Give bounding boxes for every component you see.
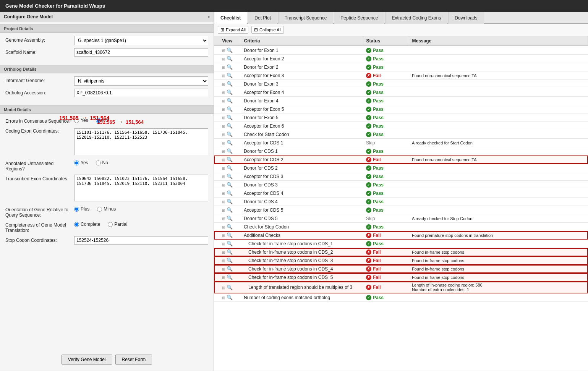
magnify-icon[interactable]: 🔍 <box>227 241 233 246</box>
fail-circle: ✗ <box>366 285 371 290</box>
annotated-utr-no-radio[interactable] <box>96 160 101 165</box>
reset-button[interactable]: Reset Form <box>115 355 152 365</box>
annotated-utr-yes-radio[interactable] <box>74 160 79 165</box>
expand-row-icon[interactable]: ⊞ <box>222 141 225 145</box>
magnify-icon[interactable]: 🔍 <box>227 157 233 162</box>
magnify-icon[interactable]: 🔍 <box>227 123 233 129</box>
expand-row-icon[interactable]: ⊞ <box>222 217 225 221</box>
expand-row-icon[interactable]: ⊞ <box>222 99 225 103</box>
table-row: ⊞🔍Acceptor for CDS 4✓ Pass <box>214 189 588 198</box>
expand-row-icon[interactable]: ⊞ <box>222 149 225 154</box>
expand-row-icon[interactable]: ⊞ <box>222 107 225 112</box>
expand-row-icon[interactable]: ⊞ <box>222 275 225 280</box>
informant-genome-select[interactable]: N. vitripennis <box>74 76 208 86</box>
tab-peptide-sequence[interactable]: Peptide Sequence <box>334 12 384 24</box>
magnify-icon[interactable]: 🔍 <box>227 295 233 300</box>
transcribed-exon-textarea[interactable]: 150642-150822, 151023-151176, 151564-151… <box>74 175 208 201</box>
expand-icon: ⊞ <box>220 27 224 32</box>
status-pass: ✓ Pass <box>366 174 406 179</box>
expand-row-icon[interactable]: ⊞ <box>222 175 225 179</box>
errors-consensus-yes-label[interactable]: Yes <box>74 118 88 123</box>
orientation-minus-label[interactable]: Minus <box>97 206 116 212</box>
expand-row-icon[interactable]: ⊞ <box>222 74 225 78</box>
tab-downloads[interactable]: Downloads <box>448 12 484 24</box>
magnify-icon[interactable]: 🔍 <box>227 73 233 78</box>
orientation-plus-label[interactable]: Plus <box>74 206 89 212</box>
scaffold-name-input[interactable] <box>74 48 208 57</box>
magnify-icon[interactable]: 🔍 <box>227 89 233 95</box>
ortholog-accession-input[interactable] <box>74 89 208 97</box>
expand-row-icon[interactable]: ⊞ <box>222 259 225 263</box>
magnify-icon[interactable]: 🔍 <box>227 199 233 204</box>
magnify-icon[interactable]: 🔍 <box>227 224 233 230</box>
verify-button[interactable]: Verify Gene Model <box>62 355 112 365</box>
expand-row-icon[interactable]: ⊞ <box>222 250 225 254</box>
magnify-icon[interactable]: 🔍 <box>227 249 233 255</box>
magnify-icon[interactable]: 🔍 <box>227 165 233 171</box>
magnify-icon[interactable]: 🔍 <box>227 140 233 146</box>
stop-codon-input[interactable] <box>74 236 208 245</box>
expand-row-icon[interactable]: ⊞ <box>222 242 225 246</box>
expand-row-icon[interactable]: ⊞ <box>222 208 225 212</box>
expand-row-icon[interactable]: ⊞ <box>222 191 225 196</box>
magnify-icon[interactable]: 🔍 <box>227 266 233 272</box>
expand-row-icon[interactable]: ⊞ <box>222 267 225 271</box>
orientation-plus-radio[interactable] <box>74 207 79 212</box>
genome-assembly-select[interactable]: G. species 1 (ganSpe1) <box>74 36 208 45</box>
expand-row-icon[interactable]: ⊞ <box>222 233 225 238</box>
expand-row-icon[interactable]: ⊞ <box>222 57 225 61</box>
magnify-icon[interactable]: 🔍 <box>227 190 233 196</box>
magnify-icon[interactable]: 🔍 <box>227 182 233 188</box>
completeness-partial-radio[interactable] <box>108 222 113 227</box>
magnify-icon[interactable]: 🔍 <box>227 56 233 62</box>
magnify-icon[interactable]: 🔍 <box>227 215 233 221</box>
magnify-icon[interactable]: 🔍 <box>227 173 233 179</box>
expand-row-icon[interactable]: ⊞ <box>222 200 225 204</box>
completeness-complete-radio[interactable] <box>74 222 79 227</box>
magnify-icon[interactable]: 🔍 <box>227 131 233 137</box>
expand-row-icon[interactable]: ⊞ <box>222 124 225 128</box>
annotated-utr-yes-label[interactable]: Yes <box>74 160 88 165</box>
magnify-icon[interactable]: 🔍 <box>227 106 233 112</box>
magnify-icon[interactable]: 🔍 <box>227 47 233 53</box>
expand-row-icon[interactable]: ⊞ <box>222 225 225 229</box>
annotated-utr-no-label[interactable]: No <box>96 160 108 165</box>
expand-row-icon[interactable]: ⊞ <box>222 183 225 187</box>
orientation-minus-radio[interactable] <box>97 207 102 212</box>
expand-row-icon[interactable]: ⊞ <box>222 116 225 120</box>
completeness-partial-label[interactable]: Partial <box>108 222 127 227</box>
expand-row-icon[interactable]: ⊞ <box>222 133 225 137</box>
tab-transcript-sequence[interactable]: Transcript Sequence <box>278 12 333 24</box>
expand-row-icon[interactable]: ⊞ <box>222 49 225 53</box>
expand-row-icon[interactable]: ⊞ <box>222 158 225 162</box>
expand-row-icon[interactable]: ⊞ <box>222 296 225 300</box>
criteria-cell: Check for Start Codon <box>241 130 363 139</box>
expand-all-button[interactable]: ⊞ Expand All <box>218 26 248 34</box>
collapse-button[interactable]: « <box>207 15 210 19</box>
magnify-icon[interactable]: 🔍 <box>227 115 233 120</box>
magnify-icon[interactable]: 🔍 <box>227 258 233 263</box>
completeness-control: Complete Partial <box>74 221 208 227</box>
magnify-icon[interactable]: 🔍 <box>227 274 233 280</box>
magnify-icon[interactable]: 🔍 <box>227 232 233 238</box>
expand-row-icon[interactable]: ⊞ <box>222 166 225 170</box>
magnify-icon[interactable]: 🔍 <box>227 98 233 104</box>
pass-circle: ✓ <box>366 90 371 95</box>
expand-row-icon[interactable]: ⊞ <box>222 91 225 95</box>
magnify-icon[interactable]: 🔍 <box>227 148 233 154</box>
magnify-icon[interactable]: 🔍 <box>227 285 233 290</box>
table-row: ⊞🔍Additional Checks✗ FailFound premature… <box>214 231 588 240</box>
coding-exon-textarea[interactable]: 151101-151176, 151564-151658, 151736-151… <box>74 128 208 155</box>
tab-checklist[interactable]: Checklist <box>214 12 247 24</box>
collapse-all-button[interactable]: ⊟ Collapse All <box>251 26 284 34</box>
magnify-icon[interactable]: 🔍 <box>227 207 233 213</box>
magnify-icon[interactable]: 🔍 <box>227 64 233 70</box>
expand-row-icon[interactable]: ⊞ <box>222 65 225 70</box>
magnify-icon[interactable]: 🔍 <box>227 81 233 87</box>
errors-consensus-yes-radio[interactable] <box>74 118 79 123</box>
completeness-complete-label[interactable]: Complete <box>74 222 100 227</box>
tab-extracted-coding-exons[interactable]: Extracted Coding Exons <box>385 12 447 24</box>
expand-row-icon[interactable]: ⊞ <box>222 82 225 86</box>
expand-row-icon[interactable]: ⊞ <box>222 286 225 290</box>
tab-dot-plot[interactable]: Dot Plot <box>248 12 277 24</box>
